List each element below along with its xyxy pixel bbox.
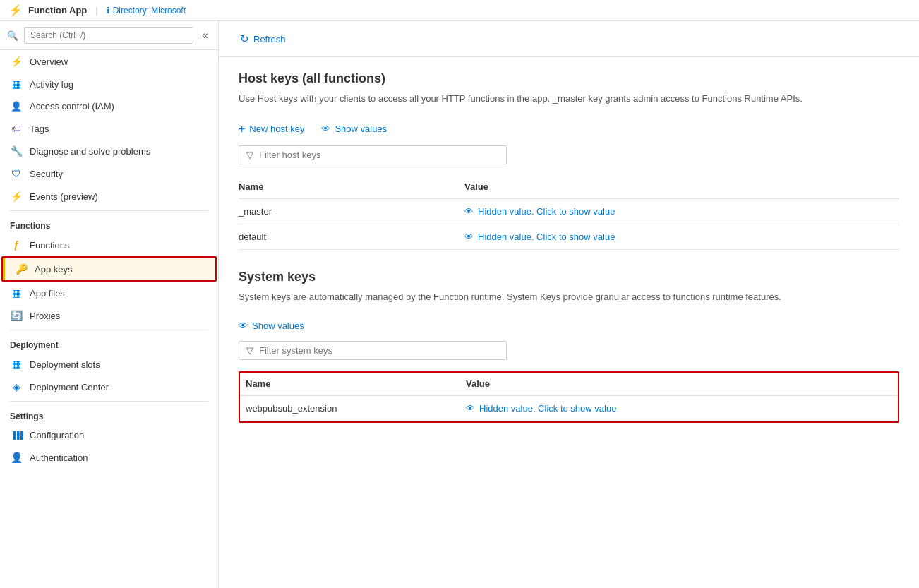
nav-configuration[interactable]: ▐▐▐ Configuration: [0, 424, 218, 446]
show-webpubsub-value-button[interactable]: 👁 Hidden value. Click to show value: [466, 403, 616, 414]
nav-app-files[interactable]: ▦ App files: [0, 282, 218, 304]
system-keys-section: System keys System keys are automaticall…: [239, 270, 899, 424]
top-bar: ⚡ Function App | ℹ Directory: Microsoft: [0, 0, 919, 21]
system-keys-title: System keys: [239, 270, 899, 284]
system-keys-table: Name Value webpubsub_extension 👁 Hi: [240, 373, 898, 421]
app-keys-label: App keys: [35, 264, 72, 275]
show-default-value-button[interactable]: 👁 Hidden value. Click to show value: [464, 232, 615, 242]
plus-icon: +: [239, 123, 245, 136]
search-icon: 🔍: [7, 30, 18, 41]
nav-security[interactable]: 🛡 Security: [0, 162, 218, 185]
activity-log-icon: ▦: [10, 78, 23, 90]
nav-authentication[interactable]: 👤 Authentication: [0, 446, 218, 469]
proxies-icon: 🔄: [10, 310, 23, 321]
host-keys-title: Host keys (all functions): [239, 71, 899, 86]
functions-icon: ƒ: [10, 239, 23, 251]
eye-icon-master: 👁: [464, 206, 474, 217]
host-keys-section: Host keys (all functions) Use Host keys …: [239, 71, 899, 250]
filter-system-keys-box: ▽: [239, 341, 507, 360]
directory-label: Directory: Microsoft: [113, 6, 186, 16]
show-master-value-button[interactable]: 👁 Hidden value. Click to show value: [464, 206, 615, 217]
sys-value-col-header: Value: [466, 373, 898, 395]
master-value-text: Hidden value. Click to show value: [478, 206, 615, 217]
show-values-button-host[interactable]: 👁 Show values: [321, 121, 387, 137]
key-value-master: 👁 Hidden value. Click to show value: [464, 198, 899, 224]
divider: |: [95, 5, 97, 16]
show-values-label-system: Show values: [252, 320, 304, 331]
tags-label: Tags: [30, 124, 49, 134]
app-title: Function App: [28, 5, 87, 16]
new-host-key-button[interactable]: + New host key: [239, 120, 304, 138]
key-value-default: 👁 Hidden value. Click to show value: [464, 224, 899, 249]
filter-host-keys-input[interactable]: [259, 150, 499, 160]
deployment-section-header: Deployment: [0, 333, 218, 353]
nav-activity-log[interactable]: ▦ Activity log: [0, 73, 218, 95]
collapse-button[interactable]: «: [199, 28, 211, 43]
system-keys-actions: 👁 Show values: [239, 318, 899, 334]
search-bar: 🔍 «: [0, 21, 218, 50]
content-area: ↻ Refresh Host keys (all functions) Use …: [219, 21, 919, 588]
table-row: _master 👁 Hidden value. Click to show va…: [239, 198, 899, 224]
value-col-header: Value: [464, 176, 899, 198]
show-values-label-host: Show values: [335, 124, 387, 134]
access-control-label: Access control (IAM): [30, 101, 114, 112]
function-app-icon: ⚡: [8, 4, 23, 17]
nav-tags[interactable]: 🏷 Tags: [0, 117, 218, 140]
configuration-label: Configuration: [30, 430, 84, 440]
refresh-button[interactable]: ↻ Refresh: [233, 28, 293, 49]
app-keys-highlight: 🔑 App keys: [1, 256, 217, 282]
nav-diagnose[interactable]: 🔧 Diagnose and solve problems: [0, 140, 218, 162]
settings-divider: [10, 401, 208, 402]
sys-name-col-header: Name: [240, 373, 466, 395]
app-keys-icon: 🔑: [15, 263, 28, 275]
default-value-text: Hidden value. Click to show value: [478, 232, 615, 242]
nav-deployment-center[interactable]: ◈ Deployment Center: [0, 376, 218, 398]
nav-proxies[interactable]: 🔄 Proxies: [0, 304, 218, 327]
new-host-key-label: New host key: [249, 124, 304, 134]
nav-app-keys[interactable]: 🔑 App keys: [3, 258, 215, 280]
deployment-slots-label: Deployment slots: [30, 359, 100, 370]
refresh-label: Refresh: [253, 34, 286, 44]
security-icon: 🛡: [10, 168, 23, 179]
deployment-divider: [10, 330, 208, 330]
nav-deployment-slots[interactable]: ▦ Deployment slots: [0, 353, 218, 376]
search-input[interactable]: [24, 27, 193, 44]
deployment-center-label: Deployment Center: [30, 382, 109, 392]
toolbar: ↻ Refresh: [219, 21, 919, 57]
app-files-icon: ▦: [10, 287, 23, 299]
activity-log-label: Activity log: [30, 79, 73, 90]
nav-events[interactable]: ⚡ Events (preview): [0, 185, 218, 208]
filter-system-keys-input[interactable]: [259, 345, 499, 356]
key-name-master: _master: [239, 198, 464, 224]
app-files-label: App files: [30, 288, 65, 299]
diagnose-icon: 🔧: [10, 145, 23, 157]
key-name-default: default: [239, 224, 464, 249]
host-keys-desc: Use Host keys with your clients to acces…: [239, 92, 899, 106]
filter-icon-host: ▽: [246, 150, 253, 160]
functions-label: Functions: [30, 240, 69, 251]
system-keys-table-wrapper: Name Value webpubsub_extension 👁 Hi: [239, 371, 899, 423]
overview-icon: ⚡: [10, 56, 23, 67]
events-label: Events (preview): [30, 191, 98, 202]
proxies-label: Proxies: [30, 311, 60, 321]
sys-key-value-webpubsub: 👁 Hidden value. Click to show value: [466, 395, 898, 421]
eye-icon-webpubsub: 👁: [466, 403, 475, 414]
refresh-icon: ↻: [240, 32, 249, 45]
nav-overview[interactable]: ⚡ Overview: [0, 50, 218, 73]
filter-icon-system: ▽: [246, 345, 253, 356]
eye-icon-system: 👁: [239, 320, 248, 331]
tags-icon: 🏷: [10, 123, 23, 134]
diagnose-label: Diagnose and solve problems: [30, 146, 150, 157]
info-icon: ℹ: [107, 6, 110, 16]
show-values-button-system[interactable]: 👁 Show values: [239, 318, 304, 334]
table-row: webpubsub_extension 👁 Hidden value. Clic…: [240, 395, 898, 421]
eye-icon-default: 👁: [464, 232, 474, 242]
host-keys-actions: + New host key 👁 Show values: [239, 120, 899, 138]
host-keys-table: Name Value _master 👁 Hidden value. Click…: [239, 176, 899, 250]
deployment-slots-icon: ▦: [10, 359, 23, 370]
nav-functions[interactable]: ƒ Functions: [0, 234, 218, 256]
authentication-label: Authentication: [30, 452, 88, 463]
nav-access-control[interactable]: 👤 Access control (IAM): [0, 95, 218, 117]
sys-key-name-webpubsub: webpubsub_extension: [240, 395, 466, 421]
directory-info: ℹ Directory: Microsoft: [107, 6, 186, 16]
